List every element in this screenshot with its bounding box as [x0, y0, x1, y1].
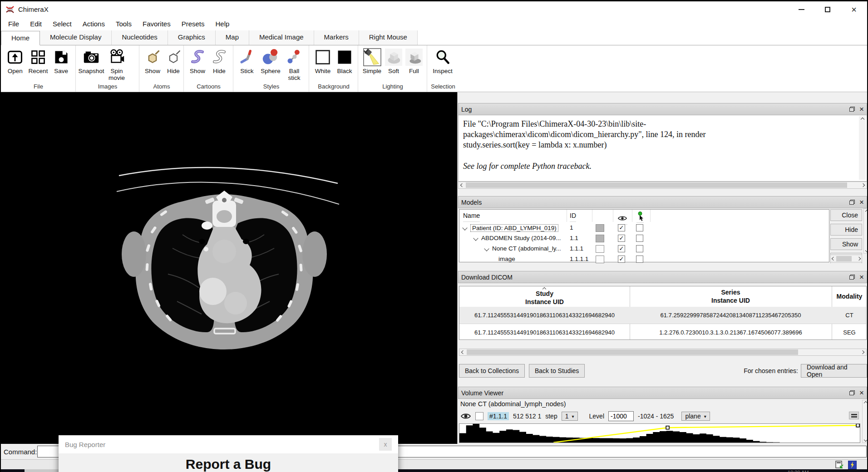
- undock-icon[interactable]: [849, 107, 855, 112]
- open-button[interactable]: Open: [5, 47, 26, 75]
- menu-favorites[interactable]: Favorites: [137, 19, 176, 29]
- graphics-viewport[interactable]: [1, 92, 457, 444]
- selected-checkbox[interactable]: [636, 224, 643, 231]
- selected-checkbox[interactable]: [636, 235, 643, 242]
- shown-checkbox[interactable]: ✓: [618, 235, 625, 242]
- scroll-left-icon[interactable]: [459, 184, 466, 187]
- scroll-left-icon[interactable]: [831, 257, 836, 260]
- ball-stick-style-button[interactable]: Ball stick: [284, 47, 304, 82]
- model-row-image[interactable]: image 1.1.1.1 ✓: [459, 254, 829, 263]
- maximize-button[interactable]: [814, 1, 841, 18]
- color-swatch[interactable]: [596, 245, 604, 253]
- expander-icon[interactable]: [473, 236, 478, 241]
- tab-right-mouse[interactable]: Right Mouse: [359, 30, 418, 45]
- color-swatch[interactable]: [596, 256, 604, 263]
- selected-checkbox[interactable]: [636, 245, 643, 252]
- level-input[interactable]: [608, 411, 634, 421]
- dicom-row-ct[interactable]: 61.7.11245553144919018631106314332169468…: [459, 307, 866, 324]
- shown-checkbox[interactable]: ✓: [618, 256, 625, 263]
- tab-molecule-display[interactable]: Molecule Display: [40, 30, 112, 45]
- back-to-collections-button[interactable]: Back to Collections: [459, 364, 525, 378]
- menu-help[interactable]: Help: [210, 19, 235, 29]
- model-id-chip[interactable]: #1.1.1: [488, 412, 509, 420]
- menu-actions[interactable]: Actions: [77, 19, 110, 29]
- window-capture-icon[interactable]: [835, 461, 844, 469]
- tab-graphics[interactable]: Graphics: [168, 30, 216, 45]
- dicom-col-study[interactable]: StudyInstance UID: [459, 286, 630, 307]
- tab-home[interactable]: Home: [1, 31, 40, 45]
- tab-nucleotides[interactable]: Nucleotides: [112, 30, 168, 45]
- black-background-button[interactable]: Black: [335, 47, 355, 75]
- close-button[interactable]: ×: [841, 1, 867, 18]
- log-vertical-scrollbar[interactable]: [859, 116, 866, 180]
- back-to-studies-button[interactable]: Back to Studies: [529, 364, 585, 378]
- menu-tools[interactable]: Tools: [110, 19, 137, 29]
- shown-checkbox[interactable]: ✓: [618, 245, 625, 252]
- menu-edit[interactable]: Edit: [25, 19, 47, 29]
- menu-file[interactable]: File: [3, 19, 25, 29]
- model-row-series[interactable]: None CT (abdominal_ly... 1.1.1 ✓: [459, 244, 829, 254]
- color-swatch[interactable]: [596, 235, 604, 242]
- atoms-show-button[interactable]: Show: [143, 47, 162, 75]
- cartoons-show-button[interactable]: Show: [187, 47, 207, 75]
- volume-histogram[interactable]: [459, 423, 860, 443]
- tab-markers[interactable]: Markers: [314, 30, 359, 45]
- models-col-id[interactable]: ID: [570, 210, 576, 222]
- save-button[interactable]: Save: [50, 47, 72, 75]
- models-show-button[interactable]: Show: [830, 238, 862, 250]
- volume-vertical-scrollbar[interactable]: [862, 400, 868, 443]
- tab-medical-image[interactable]: Medical Image: [249, 30, 314, 45]
- undock-icon[interactable]: [849, 390, 855, 395]
- models-col-name[interactable]: Name: [463, 210, 480, 222]
- panel-close-icon[interactable]: ×: [859, 105, 864, 113]
- scrollbar-thumb[interactable]: [836, 256, 852, 261]
- dialog-close-icon[interactable]: x: [379, 438, 392, 451]
- stick-style-button[interactable]: Stick: [237, 47, 257, 75]
- undock-icon[interactable]: [849, 275, 855, 280]
- lightning-bolt-icon[interactable]: [848, 461, 857, 469]
- sphere-style-button[interactable]: Sphere: [259, 47, 282, 75]
- atoms-hide-button[interactable]: Hide: [164, 47, 183, 75]
- selected-checkbox[interactable]: [636, 256, 643, 263]
- undock-icon[interactable]: [849, 200, 855, 205]
- models-vertical-scrollbar[interactable]: [863, 208, 867, 254]
- scroll-right-icon[interactable]: [856, 257, 862, 260]
- model-row-study[interactable]: ABDOMEN Study (2014-09... 1.1 ✓: [459, 233, 829, 244]
- models-close-button[interactable]: Close: [830, 209, 862, 221]
- dicom-horizontal-scrollbar[interactable]: [459, 349, 867, 356]
- scrollbar-thumb[interactable]: [466, 182, 847, 188]
- soft-lighting-button[interactable]: Soft: [384, 47, 403, 75]
- dicom-col-modality[interactable]: Modality: [832, 286, 867, 307]
- panel-close-icon[interactable]: ×: [859, 198, 864, 206]
- menu-select[interactable]: Select: [47, 19, 77, 29]
- cartoons-hide-button[interactable]: Hide: [209, 47, 229, 75]
- inspect-button[interactable]: Inspect: [431, 47, 454, 75]
- download-and-open-button[interactable]: Download and Open: [801, 364, 867, 378]
- panel-close-icon[interactable]: ×: [859, 389, 864, 397]
- log-horizontal-scrollbar[interactable]: [458, 182, 867, 189]
- snapshot-button[interactable]: Snapshot: [79, 47, 103, 75]
- full-lighting-button[interactable]: Full: [405, 47, 423, 75]
- expander-icon[interactable]: [484, 246, 489, 251]
- volume-color-swatch[interactable]: [475, 412, 483, 420]
- tab-map[interactable]: Map: [216, 30, 249, 45]
- spin-movie-button[interactable]: Spin movie: [105, 47, 128, 82]
- expander-icon[interactable]: [462, 225, 467, 230]
- recent-button[interactable]: Recent: [28, 47, 49, 75]
- style-select[interactable]: plane▾: [681, 412, 710, 421]
- models-horizontal-scrollbar[interactable]: [830, 255, 862, 262]
- bug-reporter-titlebar[interactable]: Bug Reporter x: [59, 435, 398, 453]
- model-row-patient[interactable]: Patient (ID: ABD_LYMPH_019) 1 ✓: [459, 223, 829, 233]
- step-select[interactable]: 1▾: [562, 412, 578, 421]
- scroll-right-icon[interactable]: [859, 184, 867, 187]
- scrollbar-thumb[interactable]: [467, 349, 798, 355]
- color-swatch[interactable]: [596, 224, 604, 232]
- scroll-left-icon[interactable]: [459, 351, 467, 354]
- minimize-button[interactable]: [788, 1, 814, 18]
- shown-checkbox[interactable]: ✓: [618, 224, 625, 231]
- models-hide-button[interactable]: Hide: [830, 224, 862, 236]
- eye-icon[interactable]: [460, 413, 471, 420]
- dicom-row-seg[interactable]: 61.7.11245553144919018631106314332169468…: [459, 324, 866, 340]
- scroll-right-icon[interactable]: [859, 351, 866, 354]
- collapse-icon[interactable]: [849, 412, 859, 419]
